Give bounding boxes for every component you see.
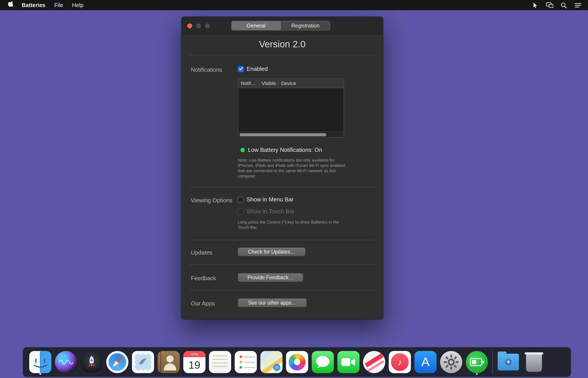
file-menu-label: File <box>54 2 63 8</box>
provide-feedback-button[interactable]: Provide Feedback… <box>238 273 303 282</box>
close-button[interactable] <box>187 23 192 28</box>
batteries-preferences-window: General Registration Version 2.0 Notific… <box>181 17 383 319</box>
tab-registration[interactable]: Registration <box>280 21 330 30</box>
show-in-menu-bar-label: Show in Menu Bar <box>247 196 294 203</box>
dock-icon-safari[interactable] <box>105 350 130 375</box>
dock-icon-photos[interactable] <box>285 350 310 375</box>
check-for-updates-button[interactable]: Check for Updates… <box>238 247 305 256</box>
notes-icon <box>209 351 231 373</box>
facetime-icon <box>337 351 359 373</box>
reminders-icon <box>235 351 257 373</box>
dock-icon-reminders[interactable] <box>233 350 258 375</box>
window-titlebar[interactable]: General Registration <box>181 17 383 35</box>
dock-icon-siri[interactable] <box>54 350 78 375</box>
enabled-checkbox-row: Enabled <box>238 66 268 72</box>
separator <box>189 55 375 55</box>
show-in-touch-bar-checkbox <box>238 208 244 215</box>
column-header-device: Device <box>278 79 343 88</box>
column-header-visible: Visible <box>259 79 278 88</box>
dock-icon-app-store[interactable]: A <box>413 350 438 375</box>
desktop: Batteries File Help General <box>0 0 588 378</box>
notifications-note: Note: Low Battery notifications are only… <box>238 158 349 179</box>
dock-icon-music[interactable]: ♪ <box>387 350 412 375</box>
messages-icon <box>312 351 334 373</box>
menu-item-app-name[interactable]: Batteries <box>17 0 50 10</box>
launchpad-icon <box>81 351 103 373</box>
notification-center-icon[interactable] <box>573 0 583 10</box>
separator <box>189 187 375 187</box>
tab-general-label: General <box>247 23 265 29</box>
dock-icon-batteries[interactable] <box>465 350 489 375</box>
show-in-menu-bar-row: Show in Menu Bar <box>238 196 294 203</box>
minimize-button[interactable] <box>196 23 201 28</box>
show-in-touch-bar-label: Show in Touch Bar <box>247 208 294 215</box>
low-battery-status-label: Low Battery Notifications: On <box>248 147 322 153</box>
our-apps-section-label: Our Apps <box>191 300 215 307</box>
menu-bar: Batteries File Help <box>0 0 588 10</box>
low-battery-status-row: Low Battery Notifications: On <box>240 147 322 153</box>
calendar-day: 19 <box>183 357 205 373</box>
enabled-checkbox[interactable] <box>238 66 244 72</box>
dock-icon-messages[interactable] <box>310 350 335 375</box>
status-green-dot-icon <box>240 148 245 152</box>
dock-icon-news[interactable] <box>362 350 386 375</box>
menu-item-file[interactable]: File <box>50 0 68 10</box>
spotlight-icon[interactable] <box>559 0 569 10</box>
dock-separator <box>492 351 493 374</box>
viewing-options-section-label: Viewing Options <box>191 197 232 204</box>
dock-icon-facetime[interactable] <box>336 350 361 375</box>
dock-icon-trash[interactable] <box>521 350 546 375</box>
app-name-label: Batteries <box>22 2 45 8</box>
dock-icon-launchpad[interactable] <box>79 350 104 375</box>
show-in-touch-bar-row: Show in Touch Bar <box>238 208 294 215</box>
apple-menu[interactable] <box>5 0 17 10</box>
check-for-updates-label: Check for Updates… <box>248 249 295 255</box>
tab-registration-label: Registration <box>291 23 319 29</box>
dock-icon-finder[interactable] <box>28 350 53 375</box>
devices-table: Notif… Visible Device <box>238 78 344 138</box>
tab-bar: General Registration <box>231 21 330 30</box>
display-icon[interactable] <box>545 0 554 10</box>
see-our-other-apps-button[interactable]: See our other apps… <box>238 298 307 307</box>
show-in-menu-bar-checkbox[interactable] <box>238 196 244 202</box>
dock-icon-notes[interactable] <box>208 350 232 375</box>
tab-general[interactable]: General <box>232 21 280 30</box>
batteries-app-icon <box>466 351 488 373</box>
enabled-checkbox-label: Enabled <box>247 66 268 72</box>
notifications-section-label: Notifications <box>191 66 222 73</box>
photos-icon <box>286 351 308 373</box>
horizontal-scrollbar <box>238 132 343 137</box>
svg-text:3D: 3D <box>275 366 279 369</box>
pointer-icon[interactable] <box>531 0 540 10</box>
system-preferences-icon <box>440 351 462 373</box>
dock-icon-maps[interactable]: 3D <box>259 350 284 375</box>
music-icon: ♪ <box>389 351 411 373</box>
music-note-glyph: ♪ <box>398 357 402 367</box>
apple-icon <box>8 1 14 9</box>
safari-icon <box>106 351 128 373</box>
maps-icon: 3D <box>260 351 283 373</box>
horizontal-scrollbar-thumb[interactable] <box>240 133 326 136</box>
provide-feedback-label: Provide Feedback… <box>247 275 294 280</box>
calendar-icon: APR 19 <box>183 351 205 373</box>
siri-icon <box>55 351 77 373</box>
news-icon <box>363 351 385 373</box>
version-title: Version 2.0 <box>181 39 383 50</box>
separator <box>189 240 375 240</box>
trash-icon <box>526 352 542 372</box>
menu-item-help[interactable]: Help <box>68 0 88 10</box>
dock-icon-contacts[interactable] <box>156 350 181 375</box>
dock-icon-system-preferences[interactable] <box>439 350 464 375</box>
separator <box>189 264 375 265</box>
dock-icon-downloads-folder[interactable] <box>496 350 521 375</box>
zoom-button[interactable] <box>205 23 210 28</box>
appstore-a-glyph: A <box>421 355 429 369</box>
dock-icon-mail[interactable] <box>131 350 155 375</box>
mail-icon <box>132 351 154 373</box>
dock-icon-calendar[interactable]: APR 19 <box>182 350 207 375</box>
feedback-section-label: Feedback <box>191 275 216 282</box>
app-store-icon: A <box>414 351 437 373</box>
help-menu-label: Help <box>72 2 83 8</box>
calendar-month: APR <box>183 351 205 357</box>
downloads-folder-icon <box>498 354 519 370</box>
